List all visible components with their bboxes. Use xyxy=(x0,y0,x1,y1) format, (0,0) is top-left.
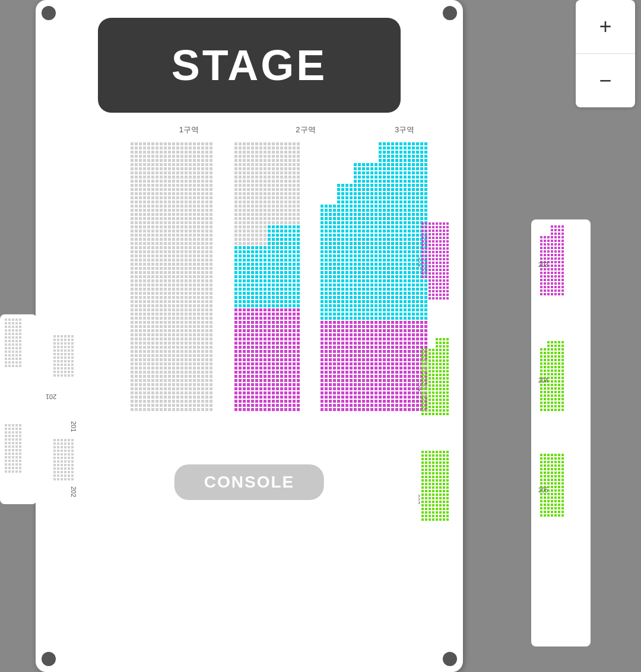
console-button[interactable]: CONSOLE xyxy=(174,464,324,500)
right-side-seats xyxy=(418,219,463,635)
corner-circle-bl xyxy=(42,652,56,666)
left-side-seats xyxy=(50,332,80,510)
right-outer-panel xyxy=(531,219,591,646)
seat-map-canvas[interactable] xyxy=(131,142,463,439)
section-1-label: 1구역 xyxy=(179,125,199,135)
left-outer-canvas xyxy=(4,317,33,501)
corner-circle-tl xyxy=(42,6,56,20)
zoom-in-button[interactable]: + xyxy=(576,0,635,53)
section-2-label: 2구역 xyxy=(296,125,315,135)
left-outer-panel xyxy=(0,314,37,504)
console-label: CONSOLE xyxy=(204,473,294,492)
section-labels: 1구역 2구역 3구역 xyxy=(139,125,454,135)
stage-label: STAGE xyxy=(172,41,328,90)
right-outer-canvas xyxy=(537,222,585,638)
venue-panel: STAGE 1구역 2구역 3구역 CONSOLE 201 xyxy=(36,0,463,672)
corner-circle-br xyxy=(443,652,457,666)
zoom-out-button[interactable]: − xyxy=(576,54,635,107)
section-3-label: 3구역 xyxy=(395,125,414,135)
zoom-controls: + − xyxy=(576,0,635,107)
stage-box: STAGE xyxy=(98,18,401,113)
corner-circle-tr xyxy=(443,6,457,20)
